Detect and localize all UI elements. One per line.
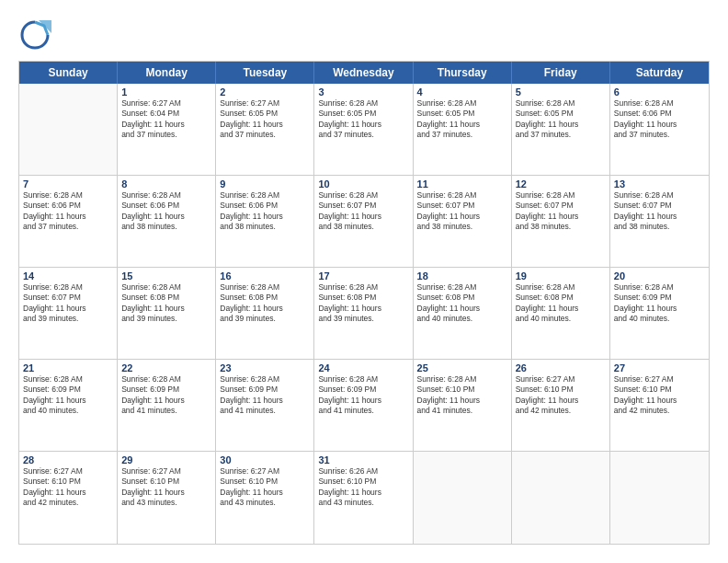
calendar-cell: 10Sunrise: 6:28 AM Sunset: 6:07 PM Dayli… bbox=[314, 176, 413, 267]
day-number: 6 bbox=[614, 86, 705, 98]
calendar-cell: 14Sunrise: 6:28 AM Sunset: 6:07 PM Dayli… bbox=[19, 268, 118, 359]
weekday-header: Monday bbox=[118, 62, 216, 84]
day-info: Sunrise: 6:28 AM Sunset: 6:06 PM Dayligh… bbox=[614, 98, 705, 141]
day-info: Sunrise: 6:27 AM Sunset: 6:04 PM Dayligh… bbox=[121, 98, 211, 141]
day-number: 25 bbox=[417, 362, 507, 373]
calendar-cell: 3Sunrise: 6:28 AM Sunset: 6:05 PM Daylig… bbox=[314, 84, 413, 175]
day-number: 18 bbox=[417, 270, 507, 282]
day-number: 16 bbox=[220, 270, 310, 282]
day-number: 12 bbox=[516, 178, 606, 190]
day-info: Sunrise: 6:27 AM Sunset: 6:10 PM Dayligh… bbox=[23, 466, 113, 509]
day-info: Sunrise: 6:28 AM Sunset: 6:09 PM Dayligh… bbox=[23, 374, 113, 417]
calendar-cell: 8Sunrise: 6:28 AM Sunset: 6:06 PM Daylig… bbox=[118, 176, 216, 267]
calendar-cell: 7Sunrise: 6:28 AM Sunset: 6:06 PM Daylig… bbox=[19, 176, 118, 267]
day-number: 1 bbox=[121, 86, 211, 98]
calendar-cell: 29Sunrise: 6:27 AM Sunset: 6:10 PM Dayli… bbox=[118, 452, 216, 544]
day-info: Sunrise: 6:28 AM Sunset: 6:09 PM Dayligh… bbox=[318, 374, 408, 417]
day-info: Sunrise: 6:28 AM Sunset: 6:05 PM Dayligh… bbox=[318, 98, 408, 141]
weekday-header: Sunday bbox=[19, 62, 118, 84]
weekday-header: Thursday bbox=[414, 62, 512, 84]
weekday-header: Tuesday bbox=[216, 62, 314, 84]
calendar-cell: 15Sunrise: 6:28 AM Sunset: 6:08 PM Dayli… bbox=[118, 268, 216, 359]
calendar-cell: 21Sunrise: 6:28 AM Sunset: 6:09 PM Dayli… bbox=[19, 360, 118, 451]
day-number: 15 bbox=[121, 270, 211, 282]
calendar-row: 7Sunrise: 6:28 AM Sunset: 6:06 PM Daylig… bbox=[19, 176, 709, 268]
calendar-cell: 28Sunrise: 6:27 AM Sunset: 6:10 PM Dayli… bbox=[19, 452, 118, 544]
calendar-row: 21Sunrise: 6:28 AM Sunset: 6:09 PM Dayli… bbox=[19, 360, 709, 452]
calendar-cell: 23Sunrise: 6:28 AM Sunset: 6:09 PM Dayli… bbox=[216, 360, 314, 451]
calendar-cell: 25Sunrise: 6:28 AM Sunset: 6:10 PM Dayli… bbox=[414, 360, 512, 451]
calendar-cell: 16Sunrise: 6:28 AM Sunset: 6:08 PM Dayli… bbox=[216, 268, 314, 359]
calendar-cell bbox=[512, 452, 610, 544]
day-info: Sunrise: 6:27 AM Sunset: 6:10 PM Dayligh… bbox=[121, 466, 211, 509]
day-info: Sunrise: 6:28 AM Sunset: 6:06 PM Dayligh… bbox=[220, 190, 310, 233]
day-info: Sunrise: 6:27 AM Sunset: 6:10 PM Dayligh… bbox=[614, 374, 705, 417]
day-info: Sunrise: 6:28 AM Sunset: 6:07 PM Dayligh… bbox=[516, 190, 606, 233]
day-number: 3 bbox=[318, 86, 408, 98]
calendar-cell: 30Sunrise: 6:27 AM Sunset: 6:10 PM Dayli… bbox=[216, 452, 314, 544]
day-number: 19 bbox=[516, 270, 606, 282]
weekday-header: Wednesday bbox=[314, 62, 413, 84]
calendar-cell: 24Sunrise: 6:28 AM Sunset: 6:09 PM Dayli… bbox=[314, 360, 413, 451]
day-number: 13 bbox=[614, 178, 705, 190]
page: SundayMondayTuesdayWednesdayThursdayFrid… bbox=[0, 0, 728, 563]
calendar-cell: 31Sunrise: 6:26 AM Sunset: 6:10 PM Dayli… bbox=[314, 452, 413, 544]
calendar-cell: 26Sunrise: 6:27 AM Sunset: 6:10 PM Dayli… bbox=[512, 360, 610, 451]
calendar-cell bbox=[414, 452, 512, 544]
day-info: Sunrise: 6:28 AM Sunset: 6:05 PM Dayligh… bbox=[516, 98, 606, 141]
day-number: 27 bbox=[614, 362, 705, 373]
day-info: Sunrise: 6:28 AM Sunset: 6:09 PM Dayligh… bbox=[614, 282, 705, 325]
day-info: Sunrise: 6:28 AM Sunset: 6:06 PM Dayligh… bbox=[121, 190, 211, 233]
day-number: 31 bbox=[318, 454, 408, 465]
calendar-cell: 2Sunrise: 6:27 AM Sunset: 6:05 PM Daylig… bbox=[216, 84, 314, 175]
day-number: 23 bbox=[220, 362, 310, 373]
weekday-header: Saturday bbox=[610, 62, 709, 84]
day-info: Sunrise: 6:27 AM Sunset: 6:10 PM Dayligh… bbox=[220, 466, 310, 509]
day-info: Sunrise: 6:28 AM Sunset: 6:08 PM Dayligh… bbox=[220, 282, 310, 325]
day-number: 7 bbox=[23, 178, 113, 190]
day-number: 4 bbox=[417, 86, 507, 98]
day-number: 11 bbox=[417, 178, 507, 190]
calendar-body: 1Sunrise: 6:27 AM Sunset: 6:04 PM Daylig… bbox=[19, 84, 709, 544]
logo-icon bbox=[18, 18, 51, 52]
calendar-cell: 12Sunrise: 6:28 AM Sunset: 6:07 PM Dayli… bbox=[512, 176, 610, 267]
calendar: SundayMondayTuesdayWednesdayThursdayFrid… bbox=[18, 61, 710, 545]
header bbox=[18, 18, 710, 52]
calendar-row: 1Sunrise: 6:27 AM Sunset: 6:04 PM Daylig… bbox=[19, 84, 709, 176]
calendar-cell: 18Sunrise: 6:28 AM Sunset: 6:08 PM Dayli… bbox=[414, 268, 512, 359]
day-info: Sunrise: 6:28 AM Sunset: 6:06 PM Dayligh… bbox=[23, 190, 113, 233]
day-info: Sunrise: 6:28 AM Sunset: 6:08 PM Dayligh… bbox=[516, 282, 606, 325]
day-number: 21 bbox=[23, 362, 113, 373]
day-number: 5 bbox=[516, 86, 606, 98]
calendar-cell: 9Sunrise: 6:28 AM Sunset: 6:06 PM Daylig… bbox=[216, 176, 314, 267]
calendar-cell: 1Sunrise: 6:27 AM Sunset: 6:04 PM Daylig… bbox=[118, 84, 216, 175]
day-info: Sunrise: 6:28 AM Sunset: 6:07 PM Dayligh… bbox=[614, 190, 705, 233]
calendar-cell bbox=[610, 452, 709, 544]
day-info: Sunrise: 6:27 AM Sunset: 6:10 PM Dayligh… bbox=[516, 374, 606, 417]
day-info: Sunrise: 6:28 AM Sunset: 6:05 PM Dayligh… bbox=[417, 98, 507, 141]
day-info: Sunrise: 6:28 AM Sunset: 6:07 PM Dayligh… bbox=[23, 282, 113, 325]
calendar-cell: 11Sunrise: 6:28 AM Sunset: 6:07 PM Dayli… bbox=[414, 176, 512, 267]
calendar-cell: 19Sunrise: 6:28 AM Sunset: 6:08 PM Dayli… bbox=[512, 268, 610, 359]
day-info: Sunrise: 6:26 AM Sunset: 6:10 PM Dayligh… bbox=[318, 466, 408, 509]
day-info: Sunrise: 6:27 AM Sunset: 6:05 PM Dayligh… bbox=[220, 98, 310, 141]
day-number: 14 bbox=[23, 270, 113, 282]
calendar-cell bbox=[19, 84, 118, 175]
day-info: Sunrise: 6:28 AM Sunset: 6:08 PM Dayligh… bbox=[417, 282, 507, 325]
day-number: 22 bbox=[121, 362, 211, 373]
calendar-cell: 5Sunrise: 6:28 AM Sunset: 6:05 PM Daylig… bbox=[512, 84, 610, 175]
day-number: 30 bbox=[220, 454, 310, 465]
day-number: 24 bbox=[318, 362, 408, 373]
calendar-header: SundayMondayTuesdayWednesdayThursdayFrid… bbox=[19, 62, 709, 84]
calendar-cell: 22Sunrise: 6:28 AM Sunset: 6:09 PM Dayli… bbox=[118, 360, 216, 451]
day-number: 17 bbox=[318, 270, 408, 282]
day-info: Sunrise: 6:28 AM Sunset: 6:10 PM Dayligh… bbox=[417, 374, 507, 417]
calendar-row: 28Sunrise: 6:27 AM Sunset: 6:10 PM Dayli… bbox=[19, 452, 709, 544]
day-number: 28 bbox=[23, 454, 113, 465]
day-number: 10 bbox=[318, 178, 408, 190]
day-info: Sunrise: 6:28 AM Sunset: 6:07 PM Dayligh… bbox=[318, 190, 408, 233]
calendar-cell: 20Sunrise: 6:28 AM Sunset: 6:09 PM Dayli… bbox=[610, 268, 709, 359]
day-number: 29 bbox=[121, 454, 211, 465]
calendar-cell: 6Sunrise: 6:28 AM Sunset: 6:06 PM Daylig… bbox=[610, 84, 709, 175]
logo bbox=[18, 18, 55, 52]
